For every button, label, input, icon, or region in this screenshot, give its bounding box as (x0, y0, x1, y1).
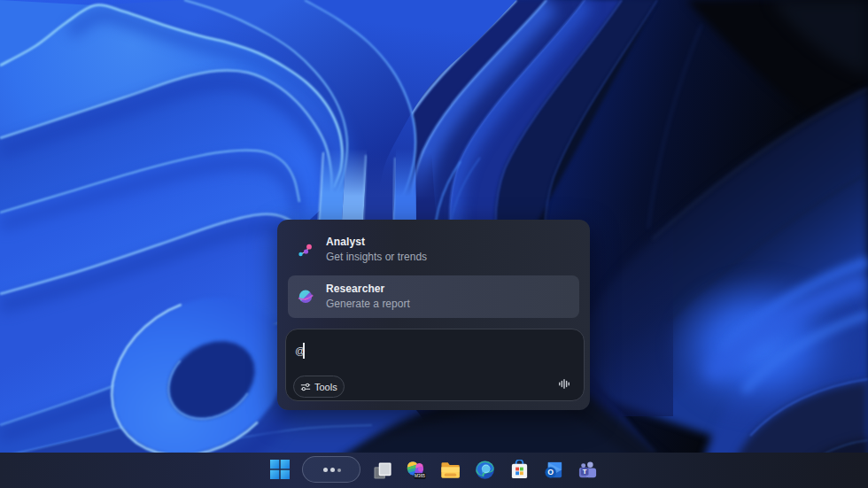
svg-text:T: T (583, 468, 587, 476)
svg-text:O: O (547, 468, 554, 476)
svg-text:M365: M365 (415, 474, 425, 478)
